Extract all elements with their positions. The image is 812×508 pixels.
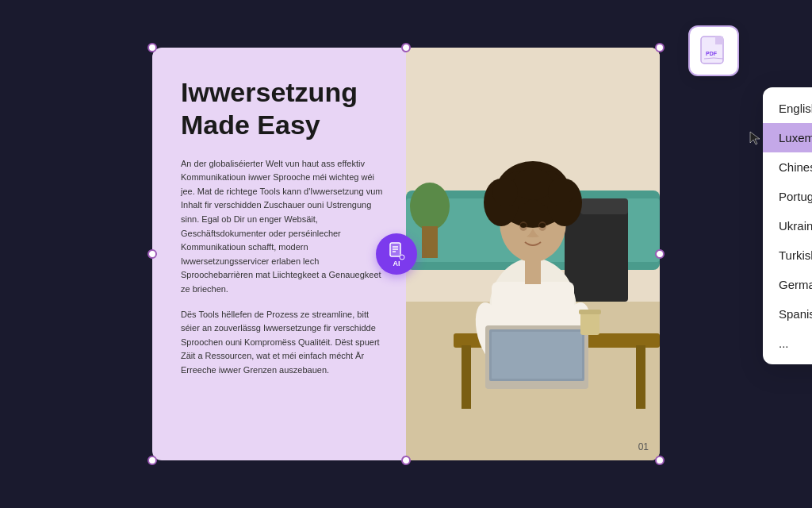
svg-point-26 [548, 178, 573, 206]
main-container: Iwwersetzung Made Easy An der globaliséi… [25, 24, 787, 484]
cursor-arrow [749, 130, 761, 146]
lang-item-turkish[interactable]: Turkish [763, 241, 812, 270]
pdf-icon: PDF [699, 35, 728, 67]
doc-body: An der globaliséierter Welt vun haut ass… [181, 157, 384, 378]
svg-text:PDF: PDF [706, 51, 718, 56]
person-photo [406, 48, 660, 460]
doc-title: Iwwersetzung Made Easy [181, 76, 384, 141]
svg-point-29 [520, 223, 527, 228]
lang-item-luxembourgish[interactable]: Luxembourgish [763, 123, 812, 152]
svg-point-41 [400, 255, 404, 260]
svg-rect-35 [422, 226, 438, 258]
svg-rect-31 [525, 260, 541, 284]
svg-rect-17 [492, 332, 582, 379]
handle-top-center[interactable] [401, 43, 411, 52]
svg-rect-43 [715, 37, 723, 44]
body-paragraph-2: Dës Tools hëllefen de Prozess ze streaml… [181, 308, 384, 378]
ai-label-text: AI [393, 260, 400, 267]
handle-middle-left[interactable] [147, 249, 157, 259]
ai-badge-inner: AI [387, 241, 406, 267]
person-illustration [406, 48, 660, 460]
svg-point-34 [410, 183, 450, 230]
svg-rect-33 [579, 310, 601, 314]
handle-bottom-center[interactable] [401, 456, 411, 465]
handle-middle-right[interactable] [655, 249, 665, 259]
lang-item-spanish[interactable]: Spanish [763, 299, 812, 329]
handle-bottom-left[interactable] [147, 456, 157, 465]
image-panel: 01 [406, 48, 660, 460]
handle-top-left[interactable] [147, 43, 157, 52]
body-paragraph-1: An der globaliséierter Welt vun haut ass… [181, 157, 384, 297]
lang-item-german[interactable]: German [763, 270, 812, 299]
text-panel: Iwwersetzung Made Easy An der globaliséi… [152, 48, 406, 460]
page-number: 01 [638, 441, 649, 452]
svg-point-24 [513, 168, 553, 200]
lang-item-english[interactable]: English [763, 94, 812, 123]
lang-item-luxembourgish-label: Luxembourgish [779, 131, 812, 144]
pdf-icon-container[interactable]: PDF [688, 25, 739, 76]
handle-top-right[interactable] [655, 43, 665, 52]
svg-rect-5 [580, 198, 628, 214]
document-card: Iwwersetzung Made Easy An der globaliséi… [152, 48, 660, 460]
svg-rect-8 [636, 345, 645, 409]
language-dropdown: English Luxembourgish Chinese Portuguese… [763, 87, 812, 364]
document-icon [387, 241, 406, 260]
svg-point-25 [492, 178, 518, 206]
ai-badge[interactable]: AI [376, 233, 417, 275]
lang-item-more[interactable]: ... [763, 329, 812, 358]
lang-item-portuguese[interactable]: Portuguese [763, 182, 812, 211]
svg-rect-7 [462, 345, 471, 409]
svg-point-30 [539, 223, 546, 228]
handle-bottom-right[interactable] [655, 456, 665, 465]
lang-item-ukrainian[interactable]: Ukrainian [763, 211, 812, 241]
lang-item-chinese[interactable]: Chinese [763, 152, 812, 182]
